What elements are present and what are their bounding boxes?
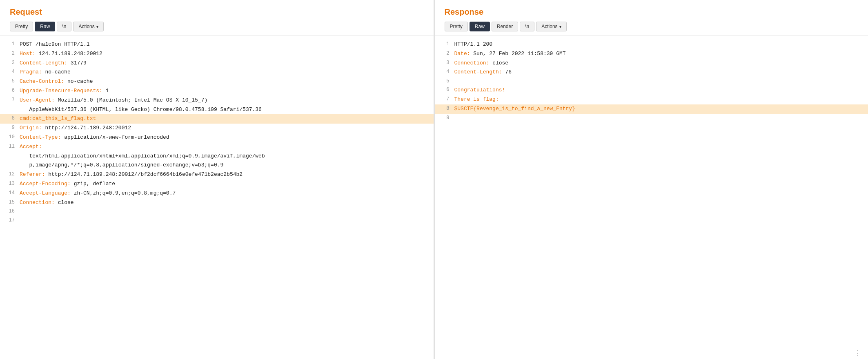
request-line-7: 7 User-Agent: Mozilla/5.0 (Macintosh; In… [0,96,434,105]
response-raw-btn[interactable]: Raw [470,22,490,31]
request-line-13: 13 Accept-Encoding: gzip, deflate [0,180,434,189]
request-actions-btn[interactable]: Actions ▾ [73,22,103,31]
request-line-11c: p,image/apng,*/*;q=0.8,application/signe… [0,161,434,170]
request-line-5: 5 Cache-Control: no-cache [0,77,434,86]
response-line-5: 5 [435,77,868,86]
response-render-btn[interactable]: Render [492,22,518,31]
request-line-14: 14 Accept-Language: zh-CN,zh;q=0.9,en;q=… [0,189,434,198]
response-line-3: 3 Connection: close [435,59,868,68]
response-toolbar: Pretty Raw Render \n Actions ▾ [435,22,868,36]
chevron-down-icon: ▾ [96,24,98,29]
request-title: Request [0,7,434,22]
request-line-16: 16 [0,207,434,216]
response-line-4: 4 Content-Length: 76 [435,68,868,77]
request-pretty-btn[interactable]: Pretty [10,22,33,31]
response-panel: Response Pretty Raw Render \n Actions ▾ … [435,0,868,359]
response-title: Response [435,7,868,22]
request-line-8: 8 cmd:cat_this_ls_flag.txt [0,114,434,124]
request-line-15: 15 Connection: close [0,198,434,208]
response-line-6: 6 Congratulations! [435,86,868,95]
chevron-down-icon: ▾ [559,24,561,29]
request-line-9: 9 Origin: http://124.71.189.248:20012 [0,124,434,133]
response-line-9: 9 [435,114,868,122]
response-actions-btn[interactable]: Actions ▾ [536,22,566,31]
response-pretty-btn[interactable]: Pretty [445,22,468,31]
request-line-2: 2 Host: 124.71.189.248:20012 [0,49,434,59]
request-line-4: 4 Pragma: no-cache [0,68,434,77]
request-line-6: 6 Upgrade-Insecure-Requests: 1 [0,86,434,96]
request-line-1: 1 POST /ha1c9on HTTP/1.1 [0,40,434,49]
request-toolbar: Pretty Raw \n Actions ▾ [0,22,434,36]
request-newline-btn[interactable]: \n [57,22,71,31]
scrollbar-hint: ⋮ [435,347,868,359]
response-line-1: 1 HTTP/1.1 200 [435,40,868,49]
response-line-7: 7 There is flag: [435,95,868,104]
request-line-3: 3 Content-Length: 31779 [0,59,434,68]
request-code-area: 1 POST /ha1c9on HTTP/1.1 2 Host: 124.71.… [0,36,434,359]
request-line-11: 11 Accept: [0,142,434,152]
request-line-7b: AppleWebKit/537.36 (KHTML, like Gecko) C… [0,105,434,115]
request-line-10: 10 Content-Type: application/x-www-form-… [0,133,434,142]
request-line-11b: text/html,application/xhtml+xml,applicat… [0,152,434,161]
response-newline-btn[interactable]: \n [520,22,534,31]
response-code-area: 1 HTTP/1.1 200 2 Date: Sun, 27 Feb 2022 … [435,36,868,347]
response-line-2: 2 Date: Sun, 27 Feb 2022 11:58:39 GMT [435,49,868,59]
request-panel: Request Pretty Raw \n Actions ▾ 1 POST /… [0,0,434,359]
request-line-12: 12 Referer: http://124.71.189.248:20012/… [0,170,434,180]
request-line-17: 17 [0,216,434,225]
request-raw-btn[interactable]: Raw [35,22,55,31]
response-line-8: 8 $USCTF{Revenge_1s_to_find_a_new_Entry} [435,104,868,114]
